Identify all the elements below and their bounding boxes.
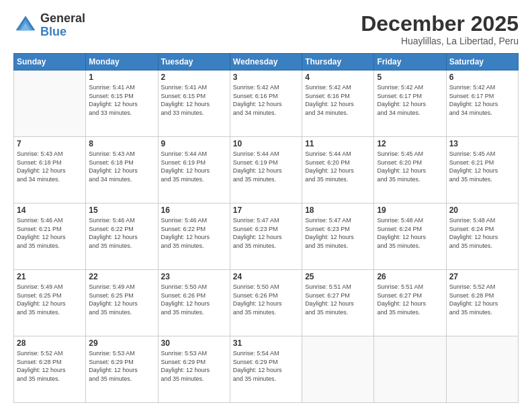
calendar-cell: 9Sunrise: 5:44 AM Sunset: 6:19 PM Daylig… [158, 137, 230, 203]
day-number: 23 [161, 272, 227, 281]
calendar-cell: 1Sunrise: 5:41 AM Sunset: 6:15 PM Daylig… [86, 71, 158, 137]
calendar-cell: 18Sunrise: 5:47 AM Sunset: 6:23 PM Dayli… [302, 203, 374, 270]
calendar-cell: 8Sunrise: 5:43 AM Sunset: 6:18 PM Daylig… [86, 137, 158, 203]
day-number: 25 [305, 272, 371, 281]
calendar-cell: 16Sunrise: 5:46 AM Sunset: 6:22 PM Dayli… [158, 203, 230, 270]
day-number: 11 [305, 139, 371, 148]
day-info: Sunrise: 5:53 AM Sunset: 6:29 PM Dayligh… [89, 349, 154, 383]
calendar-cell: 11Sunrise: 5:44 AM Sunset: 6:20 PM Dayli… [302, 137, 374, 203]
day-number: 16 [161, 205, 227, 215]
day-number: 30 [161, 338, 227, 348]
day-info: Sunrise: 5:53 AM Sunset: 6:29 PM Dayligh… [161, 349, 227, 383]
day-info: Sunrise: 5:49 AM Sunset: 6:25 PM Dayligh… [17, 283, 83, 316]
calendar-cell: 23Sunrise: 5:50 AM Sunset: 6:26 PM Dayli… [158, 270, 230, 336]
calendar-cell [14, 71, 86, 137]
day-info: Sunrise: 5:42 AM Sunset: 6:17 PM Dayligh… [377, 83, 443, 117]
calendar-cell: 13Sunrise: 5:45 AM Sunset: 6:21 PM Dayli… [446, 137, 518, 203]
day-number: 8 [89, 139, 154, 148]
day-info: Sunrise: 5:42 AM Sunset: 6:16 PM Dayligh… [305, 83, 371, 117]
day-info: Sunrise: 5:44 AM Sunset: 6:19 PM Dayligh… [233, 150, 299, 183]
calendar-cell: 31Sunrise: 5:54 AM Sunset: 6:29 PM Dayli… [230, 336, 302, 403]
day-number: 18 [305, 205, 371, 215]
day-info: Sunrise: 5:45 AM Sunset: 6:21 PM Dayligh… [449, 150, 515, 183]
calendar-cell: 14Sunrise: 5:46 AM Sunset: 6:21 PM Dayli… [14, 203, 86, 270]
calendar-cell: 10Sunrise: 5:44 AM Sunset: 6:19 PM Dayli… [230, 137, 302, 203]
calendar-cell [302, 336, 374, 403]
calendar-week-row: 7Sunrise: 5:43 AM Sunset: 6:18 PM Daylig… [14, 137, 519, 203]
day-info: Sunrise: 5:41 AM Sunset: 6:15 PM Dayligh… [89, 83, 154, 117]
calendar-week-row: 28Sunrise: 5:52 AM Sunset: 6:28 PM Dayli… [14, 336, 519, 403]
day-info: Sunrise: 5:49 AM Sunset: 6:25 PM Dayligh… [89, 283, 154, 316]
day-info: Sunrise: 5:50 AM Sunset: 6:26 PM Dayligh… [161, 283, 227, 316]
calendar-cell: 2Sunrise: 5:41 AM Sunset: 6:15 PM Daylig… [158, 71, 230, 137]
calendar-cell [446, 336, 518, 403]
logo-blue-text: Blue [40, 26, 85, 39]
day-info: Sunrise: 5:42 AM Sunset: 6:17 PM Dayligh… [449, 83, 515, 117]
weekday-header: Tuesday [158, 54, 230, 71]
day-number: 31 [233, 338, 299, 348]
day-number: 20 [449, 205, 515, 215]
main-title: December 2025 [361, 12, 519, 36]
weekday-header: Thursday [302, 54, 374, 71]
day-info: Sunrise: 5:41 AM Sunset: 6:15 PM Dayligh… [161, 83, 227, 117]
day-info: Sunrise: 5:47 AM Sunset: 6:23 PM Dayligh… [305, 216, 371, 250]
calendar-cell: 22Sunrise: 5:49 AM Sunset: 6:25 PM Dayli… [86, 270, 158, 336]
day-number: 10 [233, 139, 299, 148]
day-number: 24 [233, 272, 299, 281]
day-number: 17 [233, 205, 299, 215]
calendar-table: SundayMondayTuesdayWednesdayThursdayFrid… [13, 53, 519, 403]
day-info: Sunrise: 5:43 AM Sunset: 6:18 PM Dayligh… [89, 150, 154, 183]
logo-general-text: General [40, 12, 85, 26]
calendar-cell: 19Sunrise: 5:48 AM Sunset: 6:24 PM Dayli… [374, 203, 446, 270]
calendar-week-row: 1Sunrise: 5:41 AM Sunset: 6:15 PM Daylig… [14, 71, 519, 137]
day-number: 2 [161, 73, 227, 82]
day-info: Sunrise: 5:46 AM Sunset: 6:21 PM Dayligh… [17, 216, 83, 250]
title-block: December 2025 Huaylillas, La Libertad, P… [361, 12, 519, 46]
day-number: 3 [233, 73, 299, 82]
logo-text: General Blue [40, 12, 85, 39]
calendar-cell: 25Sunrise: 5:51 AM Sunset: 6:27 PM Dayli… [302, 270, 374, 336]
day-info: Sunrise: 5:46 AM Sunset: 6:22 PM Dayligh… [89, 216, 154, 250]
calendar-cell: 4Sunrise: 5:42 AM Sunset: 6:16 PM Daylig… [302, 71, 374, 137]
calendar-cell: 3Sunrise: 5:42 AM Sunset: 6:16 PM Daylig… [230, 71, 302, 137]
page: General Blue December 2025 Huaylillas, L… [0, 0, 532, 411]
weekday-header: Sunday [14, 54, 86, 71]
calendar-cell [374, 336, 446, 403]
day-number: 14 [17, 205, 83, 215]
day-number: 22 [89, 272, 154, 281]
day-number: 9 [161, 139, 227, 148]
day-info: Sunrise: 5:44 AM Sunset: 6:20 PM Dayligh… [305, 150, 371, 183]
day-number: 29 [89, 338, 154, 348]
calendar-cell: 26Sunrise: 5:51 AM Sunset: 6:27 PM Dayli… [374, 270, 446, 336]
day-number: 6 [449, 73, 515, 82]
day-info: Sunrise: 5:54 AM Sunset: 6:29 PM Dayligh… [233, 349, 299, 383]
day-info: Sunrise: 5:46 AM Sunset: 6:22 PM Dayligh… [161, 216, 227, 250]
logo: General Blue [13, 12, 85, 39]
day-info: Sunrise: 5:43 AM Sunset: 6:18 PM Dayligh… [17, 150, 83, 183]
calendar-cell: 27Sunrise: 5:52 AM Sunset: 6:28 PM Dayli… [446, 270, 518, 336]
day-info: Sunrise: 5:51 AM Sunset: 6:27 PM Dayligh… [377, 283, 443, 316]
calendar-cell: 29Sunrise: 5:53 AM Sunset: 6:29 PM Dayli… [86, 336, 158, 403]
calendar-cell: 5Sunrise: 5:42 AM Sunset: 6:17 PM Daylig… [374, 71, 446, 137]
calendar-cell: 17Sunrise: 5:47 AM Sunset: 6:23 PM Dayli… [230, 203, 302, 270]
header: General Blue December 2025 Huaylillas, L… [13, 12, 519, 46]
day-number: 1 [89, 73, 154, 82]
calendar-cell: 15Sunrise: 5:46 AM Sunset: 6:22 PM Dayli… [86, 203, 158, 270]
day-number: 13 [449, 139, 515, 148]
day-number: 28 [17, 338, 83, 348]
weekday-header: Monday [86, 54, 158, 71]
day-number: 15 [89, 205, 154, 215]
day-info: Sunrise: 5:52 AM Sunset: 6:28 PM Dayligh… [17, 349, 83, 383]
day-number: 21 [17, 272, 83, 281]
weekday-header: Wednesday [230, 54, 302, 71]
calendar-week-row: 21Sunrise: 5:49 AM Sunset: 6:25 PM Dayli… [14, 270, 519, 336]
calendar-cell: 20Sunrise: 5:48 AM Sunset: 6:24 PM Dayli… [446, 203, 518, 270]
day-info: Sunrise: 5:44 AM Sunset: 6:19 PM Dayligh… [161, 150, 227, 183]
calendar-cell: 12Sunrise: 5:45 AM Sunset: 6:20 PM Dayli… [374, 137, 446, 203]
day-number: 26 [377, 272, 443, 281]
calendar-cell: 24Sunrise: 5:50 AM Sunset: 6:26 PM Dayli… [230, 270, 302, 336]
day-number: 5 [377, 73, 443, 82]
logo-icon [13, 13, 38, 38]
day-info: Sunrise: 5:51 AM Sunset: 6:27 PM Dayligh… [305, 283, 371, 316]
calendar-week-row: 14Sunrise: 5:46 AM Sunset: 6:21 PM Dayli… [14, 203, 519, 270]
